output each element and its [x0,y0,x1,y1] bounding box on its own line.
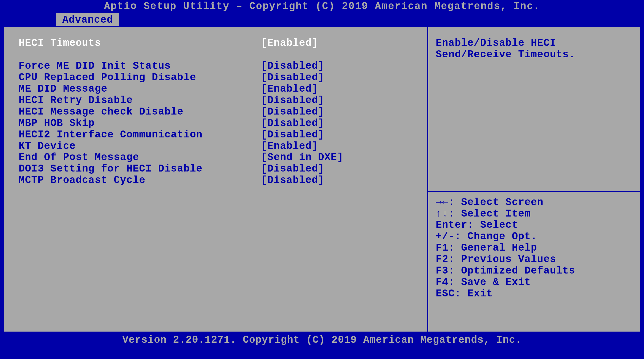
hotkey-line: F1: General Help [436,242,633,254]
bios-setup-window: Aptio Setup Utility – Copyright (C) 2019… [0,0,644,359]
help-separator [428,191,640,192]
option-label: MBP HOB Skip [19,118,261,129]
hotkey-keys: F2 [436,254,449,265]
option-label: HECI Message check Disable [19,106,261,118]
option-label: ME DID Message [19,83,261,95]
option-value[interactable]: [Disabled] [261,60,324,72]
help-text: Enable/Disable HECI Send/Receive Timeout… [436,38,633,60]
option-row[interactable]: Force ME DID Init Status[Disabled] [19,60,419,72]
option-value[interactable]: [Enabled] [261,141,318,152]
option-value[interactable]: [Disabled] [261,118,324,129]
hotkey-line: ↑↓: Select Item [436,208,633,220]
option-value[interactable]: [Enabled] [261,83,318,95]
hotkey-line: →←: Select Screen [436,197,633,208]
help-panel: Enable/Disable HECI Send/Receive Timeout… [428,27,640,332]
hotkeys-list: →←: Select Screen↑↓: Select ItemEnter: S… [436,197,633,300]
option-label: Force ME DID Init Status [19,60,261,72]
hotkey-line: F2: Previous Values [436,254,633,265]
option-value[interactable]: [Disabled] [261,163,324,175]
option-label: End Of Post Message [19,152,261,163]
option-value[interactable]: [Disabled] [261,129,324,141]
option-value[interactable]: [Disabled] [261,106,324,118]
hotkey-line: ESC: Exit [436,288,633,300]
option-label: KT Device [19,141,261,152]
option-value[interactable]: [Disabled] [261,95,324,106]
hotkey-desc: : Select [467,219,518,231]
hotkey-desc: : Exit [455,288,493,299]
option-row[interactable]: HECI2 Interface Communication[Disabled] [19,129,419,141]
option-row[interactable]: MCTP Broadcast Cycle[Disabled] [19,175,419,186]
option-value[interactable]: [Enabled] [261,38,318,49]
option-label: HECI Timeouts [19,38,261,49]
hotkey-line: F3: Optimized Defaults [436,265,633,277]
hotkey-desc: : Select Item [449,208,531,219]
option-label: CPU Replaced Polling Disable [19,72,261,83]
option-value[interactable]: [Disabled] [261,175,324,186]
options-panel: HECI Timeouts[Enabled]Force ME DID Init … [4,27,428,332]
content-area: HECI Timeouts[Enabled]Force ME DID Init … [3,26,641,333]
option-row[interactable]: ME DID Message[Enabled] [19,83,419,95]
option-value[interactable]: [Disabled] [261,72,324,83]
option-label: HECI2 Interface Communication [19,129,261,141]
hotkey-keys: ↑↓ [436,208,449,219]
hotkey-desc: : Optimized Defaults [449,265,575,276]
hotkey-desc: : Save & Exit [449,276,531,288]
hotkey-desc: : Previous Values [449,254,556,265]
option-row[interactable]: CPU Replaced Polling Disable[Disabled] [19,72,419,83]
hotkey-desc: : Change Opt. [455,231,537,242]
option-label: DOI3 Setting for HECI Disable [19,163,261,175]
option-row[interactable]: HECI Message check Disable[Disabled] [19,106,419,118]
hotkey-keys: F1 [436,242,449,254]
option-label: MCTP Broadcast Cycle [19,175,261,186]
option-row[interactable]: HECI Timeouts[Enabled] [19,38,419,49]
footer-bar: Version 2.20.1271. Copyright (C) 2019 Am… [0,333,644,359]
hotkey-keys: +/- [436,231,455,242]
hotkey-keys: F4 [436,276,449,288]
title-bar: Aptio Setup Utility – Copyright (C) 2019… [0,0,644,13]
option-row[interactable]: DOI3 Setting for HECI Disable[Disabled] [19,163,419,175]
hotkey-line: Enter: Select [436,219,633,231]
hotkey-keys: Enter [436,219,467,231]
spacer-row [19,49,419,60]
hotkey-keys: →← [436,197,449,208]
option-row[interactable]: MBP HOB Skip[Disabled] [19,118,419,129]
option-row[interactable]: KT Device[Enabled] [19,141,419,152]
option-row[interactable]: End Of Post Message[Send in DXE] [19,152,419,163]
tab-bar: Advanced [0,13,644,26]
tab-advanced[interactable]: Advanced [56,13,119,26]
hotkey-keys: F3 [436,265,449,276]
hotkey-line: +/-: Change Opt. [436,231,633,242]
hotkey-keys: ESC [436,288,455,299]
option-row[interactable]: HECI Retry Disable[Disabled] [19,95,419,106]
hotkey-line: F4: Save & Exit [436,277,633,288]
option-value[interactable]: [Send in DXE] [261,152,343,163]
option-label: HECI Retry Disable [19,95,261,106]
hotkey-desc: : General Help [449,242,537,254]
hotkey-desc: : Select Screen [449,197,544,208]
